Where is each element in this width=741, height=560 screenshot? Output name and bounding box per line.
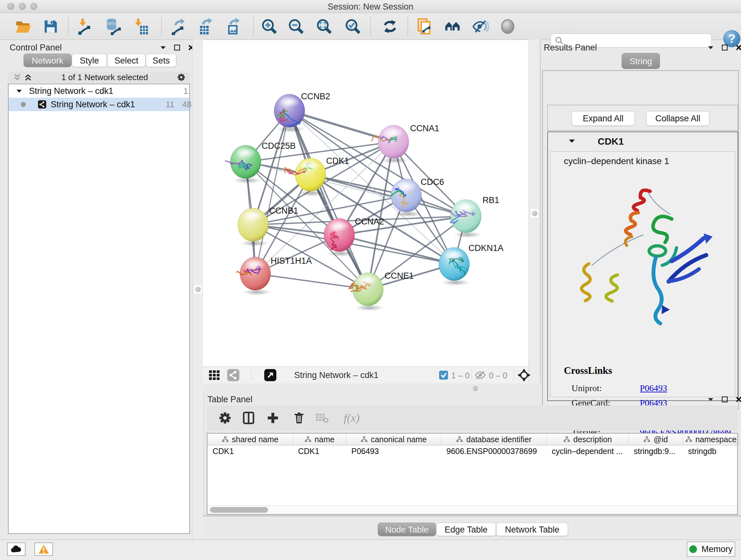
table-row[interactable]: CDK1CDK1P064939606.ENSP00000378699cyclin… (207, 445, 737, 457)
tab-node-table[interactable]: Node Table (378, 523, 436, 536)
column-header-namespace[interactable]: namespace (683, 434, 739, 445)
column-header-canonical-name[interactable]: canonical name (346, 434, 441, 445)
cell-canonical-name: P06493 (346, 447, 441, 456)
refresh-layout-button[interactable] (381, 17, 399, 36)
expand-all-button[interactable]: Expand All (571, 111, 635, 126)
edge-CCNE1-HIST1H1A[interactable] (255, 273, 368, 289)
delete-column-icon[interactable] (292, 411, 307, 425)
import-table-button[interactable] (132, 17, 150, 36)
protein-card-body: cyclin–dependent kinase 1 (550, 151, 735, 397)
node-CDK1[interactable]: CDK1 (285, 156, 349, 196)
zoom-out-button[interactable] (287, 17, 305, 36)
save-icon (42, 18, 59, 35)
detach-view-icon[interactable] (264, 369, 276, 381)
select-columns-icon[interactable] (241, 411, 256, 425)
tab-style[interactable]: Style (72, 54, 107, 67)
import-network-file-button[interactable] (76, 17, 94, 36)
tree-expander-icon[interactable] (15, 87, 23, 95)
houses-icon (444, 18, 461, 35)
node-label-CCNA2: CCNA2 (355, 217, 384, 226)
table-panel: Table Panel f(x) shared namenamecanonica… (203, 393, 741, 540)
export-network-button[interactable] (170, 17, 188, 36)
hidden-eye-slash-icon[interactable] (475, 371, 487, 383)
column-header-name[interactable]: name (293, 434, 346, 445)
tab-sets[interactable]: Sets (146, 54, 177, 67)
gear-icon[interactable] (177, 73, 185, 81)
horizontal-splitter-handle[interactable] (473, 386, 478, 391)
column-header--id[interactable]: @id (629, 434, 683, 445)
column-header-description[interactable]: description (547, 434, 629, 445)
memory-button[interactable]: Memory (687, 542, 735, 557)
tab-select[interactable]: Select (107, 54, 145, 67)
collapse-triangle-icon[interactable] (568, 138, 576, 145)
warning-icon (38, 544, 49, 554)
cloud-status-button[interactable] (7, 543, 25, 556)
import-network-database-button[interactable] (104, 17, 122, 36)
tab-network-table[interactable]: Network Table (496, 523, 568, 536)
table-gear-icon[interactable] (218, 411, 232, 425)
right-splitter-handle[interactable] (530, 208, 539, 219)
collapse-all-icon[interactable] (13, 73, 21, 81)
tab-edge-table[interactable]: Edge Table (436, 523, 496, 536)
collection-label: String Network – cdk1 (29, 86, 113, 96)
clone-network-button[interactable] (416, 17, 434, 36)
panel-menu-icon[interactable] (706, 395, 715, 403)
collapse-all-button[interactable]: Collapse All (646, 111, 710, 126)
export-image-button[interactable] (225, 17, 243, 36)
panel-menu-icon[interactable] (159, 44, 167, 52)
window-title: Session: New Session (0, 2, 741, 12)
crosslink-link[interactable]: P06493 (640, 383, 667, 393)
cell-name: CDK1 (293, 447, 346, 456)
string-home-button[interactable] (444, 17, 462, 36)
tab-string[interactable]: String (622, 53, 660, 69)
grid-view-icon[interactable] (208, 369, 220, 381)
network-row-selected[interactable]: String Network – cdk1 11 48 (9, 98, 189, 111)
panel-float-icon[interactable] (173, 44, 181, 52)
expand-all-icon[interactable] (24, 73, 32, 81)
network-view-share-icon[interactable] (227, 369, 239, 381)
node-CCNB2[interactable]: CCNB2 (274, 91, 330, 132)
left-splitter[interactable] (192, 40, 204, 540)
add-column-icon[interactable] (266, 411, 280, 425)
network-canvas[interactable]: CCNB2CCNA1CDC25BCDK1CDC6RB1CCNB1CCNA2CDK… (203, 40, 529, 367)
edge-CCNB2-CCNA1[interactable] (289, 111, 394, 142)
panel-float-icon[interactable] (721, 44, 729, 52)
network-collection-row[interactable]: String Network – cdk1 1 (9, 84, 189, 98)
open-session-button[interactable] (14, 17, 32, 36)
birdseye-crosshair-icon[interactable] (517, 368, 529, 381)
node-RB1[interactable]: RB1 (450, 195, 499, 238)
column-header-database-identifier[interactable]: database identifier (441, 434, 547, 445)
zoom-in-button[interactable] (260, 17, 278, 36)
zoom-selected-button[interactable] (344, 17, 362, 36)
show-hide-graphics-button[interactable] (471, 17, 489, 36)
panel-float-icon[interactable] (721, 395, 729, 403)
protein-card-header[interactable]: CDK1 (548, 132, 738, 151)
right-splitter[interactable] (529, 40, 541, 383)
network-graph: CCNB2CCNA1CDC25BCDK1CDC6RB1CCNB1CCNA2CDK… (203, 40, 529, 367)
node-CCNA1[interactable]: CCNA1 (372, 124, 440, 164)
level-of-detail-button[interactable] (499, 17, 517, 36)
export-table-button[interactable] (198, 17, 215, 36)
warnings-button[interactable] (35, 543, 53, 556)
network-list: String Network – cdk1 1 String Network –… (8, 84, 190, 534)
panel-close-icon[interactable] (735, 395, 741, 403)
function-builder-icon-disabled: f(x) (339, 411, 364, 425)
zoom-fit-button[interactable] (315, 17, 333, 36)
save-session-button[interactable] (42, 17, 60, 36)
node-CCNE1[interactable]: CCNE1 (349, 271, 414, 311)
network-view-title: String Network – cdk1 (294, 370, 379, 380)
panel-close-icon[interactable] (735, 44, 741, 52)
network-node-count: 11 (165, 100, 174, 110)
node-CDKN1A[interactable]: CDKN1A (439, 243, 503, 286)
left-splitter-handle[interactable] (193, 284, 202, 294)
toolbar-separator (408, 16, 408, 36)
panel-menu-icon[interactable] (706, 44, 715, 52)
table-horizontal-scrollbar[interactable] (207, 505, 737, 514)
node-label-CDC25B: CDC25B (262, 141, 296, 151)
selected-checkbox-icon[interactable] (439, 371, 451, 383)
window-titlebar: Session: New Session (0, 0, 741, 13)
column-header-shared-name[interactable]: shared name (207, 434, 293, 445)
scrollbar-thumb[interactable] (210, 507, 268, 513)
tab-network[interactable]: Network (23, 54, 71, 67)
selected-count: 1 – 0 (451, 371, 470, 381)
